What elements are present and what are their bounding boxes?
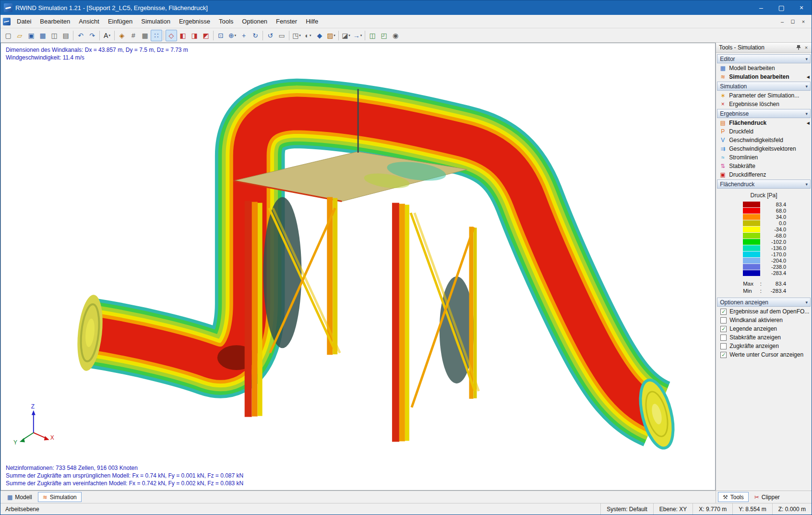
tab-simulation[interactable]: ≋ Simulation	[38, 492, 82, 502]
clipper-icon: ✂	[754, 494, 759, 500]
panel-item-flaechendruck[interactable]: ▤Flächendruck◀	[717, 119, 811, 127]
minimize-button[interactable]: –	[751, 0, 771, 15]
legend-color-swatch	[743, 258, 760, 263]
screenshot-button[interactable]: ◉	[390, 30, 401, 41]
menu-tools[interactable]: Tools	[215, 15, 238, 28]
view-side-button[interactable]: ◨	[189, 30, 200, 41]
option-werte-unter-cursor-anzeigen[interactable]: ✓Werte unter Cursor anzeigen	[717, 350, 811, 359]
tile-windows-icon: ◰	[381, 32, 387, 39]
dot-grid-button[interactable]: ∷	[151, 30, 162, 41]
tile-windows-button[interactable]: ◰	[378, 30, 390, 41]
panel-item-stabkraefte[interactable]: ⇅Stabkräfte	[717, 162, 811, 170]
option-label: Zugkräfte anzeigen	[729, 343, 779, 349]
mdi-restore-button[interactable]: ◻	[788, 17, 798, 26]
app-icon[interactable]	[4, 3, 12, 12]
ergebnisse-auf-dem-openfo-checkbox[interactable]: ✓	[720, 309, 727, 315]
viewport-3d[interactable]: Z X Y Dimensionen des Windkanals: Dx = 4…	[0, 43, 716, 491]
display-options-button[interactable]: ◐▾	[302, 30, 314, 41]
view-front-button[interactable]: ◧	[177, 30, 189, 41]
panel-item-druckfeld[interactable]: PDruckfeld	[717, 127, 811, 136]
menu-ansicht[interactable]: Ansicht	[74, 15, 104, 28]
section-header-editor[interactable]: Editor ▾	[717, 54, 811, 63]
redo-button[interactable]: ↷	[86, 30, 98, 41]
pressure-field-icon: P	[719, 129, 726, 134]
legend-value: -238.0	[760, 264, 786, 270]
new-file-button[interactable]: ▢	[2, 30, 14, 41]
cascade-windows-button[interactable]: ◫	[367, 30, 378, 41]
option-windkanal-aktivieren[interactable]: Windkanal aktivieren	[717, 316, 811, 324]
guidelines-button[interactable]: #	[128, 30, 139, 41]
section-header-ergebnisse[interactable]: Ergebnisse ▾	[717, 109, 811, 118]
panel-close-button[interactable]: ×	[802, 44, 810, 51]
view-isometric-button[interactable]: ◇	[166, 30, 177, 41]
section-title-flaechendruck: Flächendruck	[720, 181, 754, 188]
panel-item-modell-bearbeiten[interactable]: ▦Modell bearbeiten	[717, 64, 811, 72]
menu-fenster[interactable]: Fenster	[272, 15, 301, 28]
panel-item-geschwindigkeitsfeld[interactable]: VGeschwindigkeitsfeld	[717, 136, 811, 144]
clipping-box-button[interactable]: ▭	[276, 30, 287, 41]
table-button[interactable]: ▦	[37, 30, 48, 41]
menu-simulation[interactable]: Simulation	[137, 15, 175, 28]
tab-tools[interactable]: ⚒ Tools	[718, 492, 749, 502]
zoom-button[interactable]: ⊕▾	[227, 30, 238, 41]
option-zugkraefte-anzeigen[interactable]: Zugkräfte anzeigen	[717, 342, 811, 350]
close-button[interactable]: ×	[791, 0, 812, 15]
workplane-button[interactable]: ◳▾	[291, 30, 302, 41]
mdi-close-button[interactable]: ×	[798, 17, 809, 26]
section-header-flaechendruck[interactable]: Flächendruck ▾	[717, 180, 811, 189]
section-plane-button[interactable]: ◪▾	[340, 30, 352, 41]
panel-item-parameter-der-simulation[interactable]: ∗Parameter der Simulation...	[717, 91, 811, 100]
snap-button[interactable]: ◈	[116, 30, 128, 41]
zoom-window-button[interactable]: ⊡	[215, 30, 227, 41]
panel-item-geschwindigkeitsvektoren[interactable]: ⇉Geschwindigkeitsvektoren	[717, 144, 811, 153]
panel-item-label: Geschwindigkeitsfeld	[729, 137, 783, 144]
tab-modell[interactable]: ▦ Modell	[2, 492, 37, 502]
menu-datei[interactable]: Datei	[12, 15, 36, 28]
option-stabkraefte-anzeigen[interactable]: Stabkräfte anzeigen	[717, 333, 811, 342]
stabkraefte-anzeigen-checkbox[interactable]	[720, 335, 727, 341]
legende-anzeigen-checkbox[interactable]: ✓	[720, 326, 727, 332]
delete-results-icon: ×	[719, 101, 726, 107]
previous-view-button[interactable]: ↺	[264, 30, 276, 41]
pan-button[interactable]: +	[238, 30, 250, 41]
color-scheme-button[interactable]: ▨▾	[325, 30, 337, 41]
panel-item-label: Stromlinien	[729, 154, 758, 161]
dropdown-arrow-icon: ▾	[348, 34, 350, 37]
menu-optionen[interactable]: Optionen	[238, 15, 272, 28]
orbit-button[interactable]: ↻	[250, 30, 261, 41]
orbit-icon: ↻	[252, 32, 258, 39]
panel-item-simulation-bearbeiten[interactable]: ≋Simulation bearbeiten◀	[717, 72, 811, 81]
undo-button[interactable]: ↶	[75, 30, 86, 41]
werte-unter-cursor-anzeigen-checkbox[interactable]: ✓	[720, 352, 727, 358]
pin-icon[interactable]	[795, 44, 802, 51]
result-arrow-button[interactable]: →▾	[352, 30, 363, 41]
option-legende-anzeigen[interactable]: ✓Legende anzeigen	[717, 324, 811, 333]
menu-bearbeiten[interactable]: Bearbeiten	[36, 15, 74, 28]
zugkraefte-anzeigen-checkbox[interactable]	[720, 343, 727, 349]
rename-button[interactable]: A▾	[101, 30, 113, 41]
open-folder-button[interactable]: ▱	[14, 30, 25, 41]
option-ergebnisse-auf-dem-openfo[interactable]: ✓Ergebnisse auf dem OpenFO...	[717, 307, 811, 316]
render-mode-button[interactable]: ◆	[314, 30, 325, 41]
section-header-simulation[interactable]: Simulation ▾	[717, 82, 811, 91]
view-top-button[interactable]: ◩	[200, 30, 212, 41]
grid-button[interactable]: ▦	[139, 30, 151, 41]
edit-model-icon: ▦	[719, 65, 726, 71]
document-icon[interactable]	[3, 18, 11, 25]
panel-item-druckdifferenz[interactable]: ▣Druckdifferenz	[717, 170, 811, 179]
panel-item-ergebnisse-loeschen[interactable]: ×Ergebnisse löschen	[717, 100, 811, 108]
section-header-optionen[interactable]: Optionen anzeigen ▾	[717, 298, 811, 307]
print-preview-button[interactable]: ◫	[48, 30, 60, 41]
cascade-windows-icon: ◫	[369, 32, 375, 39]
tab-clipper[interactable]: ✂ Clipper	[750, 492, 785, 502]
windkanal-aktivieren-checkbox[interactable]	[720, 317, 727, 323]
maximize-button[interactable]: ▢	[771, 0, 791, 15]
chevron-down-icon: ▾	[805, 84, 808, 89]
panel-item-stromlinien[interactable]: ≈Stromlinien	[717, 153, 811, 162]
menu-hilfe[interactable]: Hilfe	[301, 15, 322, 28]
menu-einfuegen[interactable]: Einfügen	[104, 15, 137, 28]
save-button[interactable]: ▣	[25, 30, 37, 41]
print-button[interactable]: ▤	[60, 30, 72, 41]
mdi-minimize-button[interactable]: –	[777, 17, 788, 26]
menu-ergebnisse[interactable]: Ergebnisse	[175, 15, 215, 28]
